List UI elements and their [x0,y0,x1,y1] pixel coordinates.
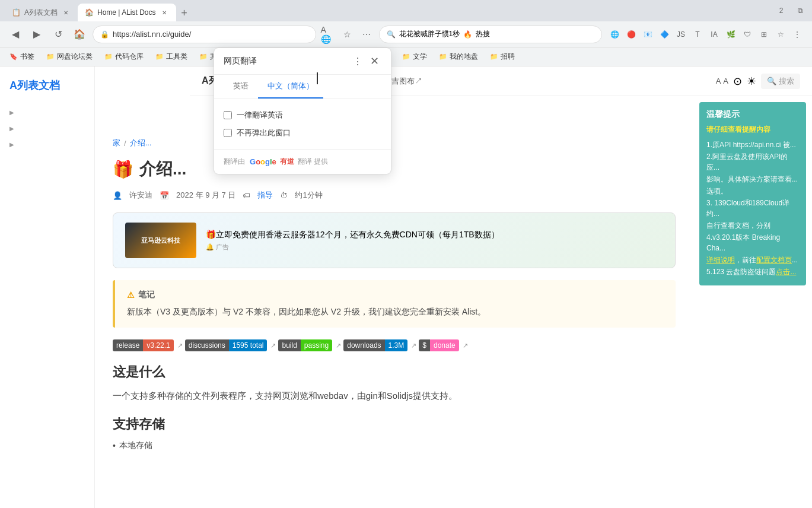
bookmark-label-3: 工具类 [166,52,187,62]
bookmark-item-9[interactable]: 📁 我的地盘 [434,49,483,64]
tab-2-close[interactable]: ✕ [160,8,169,17]
bookmark-item-10[interactable]: 📁 招聘 [485,49,520,64]
tab-1[interactable]: 📋 A列表文档 ✕ [5,4,78,21]
tab-2[interactable]: 🏠 Home | AList Docs ✕ [78,4,176,21]
ext-star[interactable]: ☆ [773,27,788,42]
badge-discussions-link[interactable]: ↗ [270,342,276,350]
warning-item-1: 2.阿里云盘及使用该API的应... [706,151,799,173]
warning-item-5: 自行查看文档，分别 [706,220,799,231]
tab-1-favicon: 📋 [12,8,21,17]
popup-option-1[interactable]: 一律翻译英语 [224,106,381,124]
title-text: 介绍... [139,158,186,180]
bookmark-label-9: 我的地盘 [450,52,478,62]
ext-2[interactable]: 🔴 [623,27,639,42]
warning-box: 温馨提示 请仔细查看提醒内容 1.原API https://api.nn.ci … [699,102,806,285]
translate-icon[interactable]: A🌐 [321,27,336,42]
option-2-label: 不再弹出此窗口 [237,128,291,138]
popup-actions: ⋮ ✕ [353,54,381,68]
badge-build-link[interactable]: ↗ [336,342,341,350]
right-sidebar: 温馨提示 请仔细查看提醒内容 1.原API https://api.nn.ci … [693,96,812,508]
forward-button[interactable]: ▶ [28,26,45,43]
bookmark-item-8[interactable]: 📁 文学 [397,49,432,64]
bookmark-item-0[interactable]: 🔖 书签 [5,49,39,64]
lang-zh-label: 中文（简体） [268,81,314,90]
back-button[interactable]: ◀ [7,26,24,43]
tag-value[interactable]: 指导 [257,190,273,201]
note-title: ⚠ 笔记 [127,290,664,300]
window-restore-icon[interactable]: ⧉ [793,4,807,18]
search-bar[interactable]: 🔍 花花被喊胖子惯1秒 🔥 热搜 [379,26,603,43]
tab-1-close[interactable]: ✕ [61,8,71,17]
reload-button[interactable]: ↺ [50,26,66,43]
badge-build-left: build [278,339,300,351]
ext-5[interactable]: JS [673,27,689,42]
ad-label: 🔔 广告 [206,243,499,252]
ext-8[interactable]: 🌿 [723,27,738,42]
bookmark-star-icon[interactable]: ☆ [340,27,355,42]
new-tab-button[interactable]: + [176,5,193,21]
badge-downloads[interactable]: downloads 1.3M [343,339,407,351]
theme-icon[interactable]: ☀ [747,75,756,88]
more-icon[interactable]: ⋯ [359,27,374,42]
lang-tab-zh[interactable]: 中文（简体） [258,75,323,99]
warning-link-3[interactable]: 点击... [776,268,796,276]
sidebar-item-2[interactable]: ▶ [0,120,94,136]
badge-downloads-link[interactable]: ↗ [411,342,416,350]
bookmark-item-2[interactable]: 📁 代码仓库 [100,49,148,64]
ext-dots[interactable]: ⋮ [789,27,805,42]
bookmark-icon-10: 📁 [490,53,498,61]
badge-downloads-left: downloads [343,339,384,351]
text-cursor [317,72,324,84]
search-button[interactable]: 🔍 搜索 [761,74,800,89]
breadcrumb-home[interactable]: 家 [113,138,120,148]
breadcrumb-sep1: / [124,139,126,148]
popup-option-2[interactable]: 不再弹出此窗口 [224,124,381,142]
google-e: e [272,157,276,166]
popup-more-icon[interactable]: ⋮ [353,56,362,67]
option-2-checkbox[interactable] [224,129,232,137]
bookmark-label-0: 书签 [20,52,34,62]
sidebar-item-1[interactable]: ▶ [0,104,94,120]
ext-7[interactable]: IA [706,27,722,42]
lang-tab-en[interactable]: 英语 [224,75,258,99]
github-icon[interactable]: ⊙ [733,75,742,88]
home-button[interactable]: 🏠 [71,26,88,43]
badge-donate[interactable]: $ donate [419,339,458,351]
main-content: 家 / 介绍... 🎁 介绍... 👤 许安迪 📅 2022 年 [95,126,693,508]
badge-discussions[interactable]: discussions 1595 total [185,339,268,351]
bookmarks-bar: 🔖 书签 📁 网盘论坛类 📁 代码仓库 📁 工具类 📁 其它类工... 📁 广告… [0,47,812,66]
chevron-icon-1: ▶ [9,109,14,116]
badge-build[interactable]: build passing [278,339,332,351]
warning-title: 温馨提示 [706,109,799,120]
ext-1[interactable]: 🌐 [607,27,622,42]
bookmark-item-1[interactable]: 📁 网盘论坛类 [42,49,97,64]
search-label: 搜索 [779,76,794,87]
option-1-checkbox[interactable] [224,111,232,119]
chevron-icon-2: ▶ [9,125,14,132]
ext-9[interactable]: 🛡 [740,27,755,42]
ad-banner[interactable]: 亚马逊云科技 🎁立即免费使用香港云服务器12个月，还有永久免费CDN可领（每月1… [113,212,676,268]
ext-4[interactable]: 🔷 [657,27,672,42]
warning-subtitle: 请仔细查看提醒内容 [706,125,799,135]
ad-text: 🎁立即免费使用香港云服务器12个月，还有永久免费CDN可领（每月1TB数据） [206,230,499,240]
google-g: G [250,157,256,166]
bookmark-item-3[interactable]: 📁 工具类 [151,49,192,64]
badge-release[interactable]: release v3.22.1 [113,339,174,351]
warning-link-1[interactable]: 详细说明 [706,256,735,264]
sidebar-item-3[interactable]: ▶ [0,136,94,153]
popup-close-button[interactable]: ✕ [367,54,381,68]
left-sidebar: A列表文档 ▶ ▶ ▶ [0,66,95,508]
translate-label: A [723,77,728,85]
ext-6[interactable]: T [690,27,705,42]
breadcrumb-guide[interactable]: 介绍... [130,138,152,148]
url-bar[interactable]: 🔒 https://alist.nn.ci/guide/ [93,26,316,43]
ext-10[interactable]: ⊞ [756,27,772,42]
breadcrumb: 家 / 介绍... [113,138,676,148]
badge-release-link[interactable]: ↗ [177,342,183,350]
warning-link-2[interactable]: 配置文档页 [756,256,792,264]
badge-donate-link[interactable]: ↗ [463,342,468,350]
address-bar: ◀ ▶ ↺ 🏠 🔒 https://alist.nn.ci/guide/ A🌐 … [0,21,812,47]
ext-3[interactable]: 📧 [640,27,655,42]
translate-button[interactable]: A A [716,77,728,85]
sidebar-logo: A列表文档 [0,72,94,99]
